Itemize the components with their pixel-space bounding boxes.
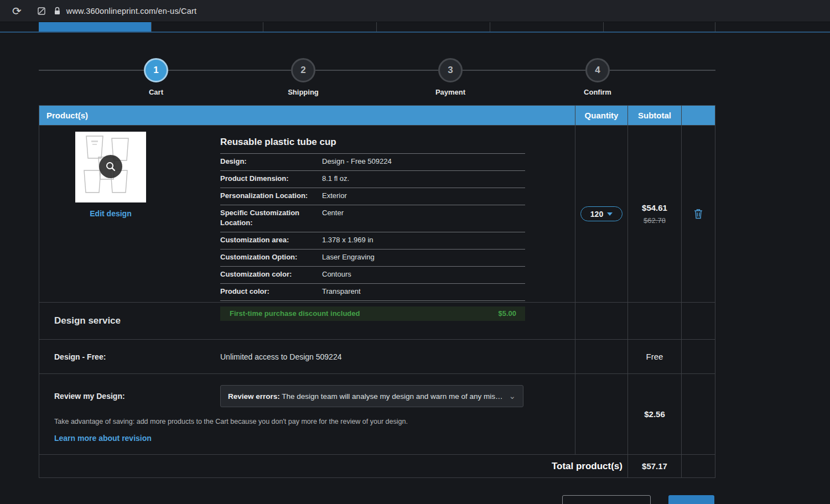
primary-action-button[interactable] [668,495,714,504]
total-row: Total product(s) $57.17 [39,454,715,477]
spec-label: Personalization Location: [220,191,322,201]
design-free-value: Unlimited access to Design 509224 [220,352,341,361]
design-free-row: Design - Free: Unlimited access to Desig… [39,339,715,373]
spec-row: Customization area: 1.378 x 1.969 in [220,232,525,250]
content-blocker-icon[interactable] [37,7,46,15]
spec-row: Customization Option: Laser Engraving [220,250,525,267]
spec-row: Customization color: Contours [220,267,525,284]
nav-tab-3[interactable] [263,22,376,32]
spec-value: Laser Engraving [322,252,525,263]
nav-tab-6[interactable] [603,22,715,32]
refresh-icon[interactable]: ⟳ [12,4,22,18]
review-price: $2.56 [627,374,681,454]
product-thumbnail[interactable] [75,132,146,202]
review-saving-note: Take advantage of saving: add more produ… [54,418,575,425]
spec-value: Exterior [322,191,525,201]
header-quantity: Quantity [575,106,627,125]
total-products-value: $57.17 [627,455,681,477]
quantity-cell: 120 [575,126,627,302]
quantity-dropdown[interactable]: 120 [580,206,622,221]
product-subtotal-cell: $54.61 $62.78 [627,126,681,302]
spec-row: Design: Design - Free 509224 [220,154,525,171]
spec-label: Product color: [220,287,322,297]
review-actions-cell [681,374,715,454]
spec-value: 8.1 fl oz. [322,174,525,184]
spec-label: Customization area: [220,235,322,246]
spec-label: Customization color: [220,269,322,280]
total-actions-cell [681,455,715,477]
chevron-down-icon [607,212,613,216]
product-details: Reusable plastic tube cup Design: Design… [220,137,525,321]
spec-label: Design: [220,157,322,167]
cart-table-header: Product(s) Quantity Subtotal [39,106,715,125]
spec-row: Product color: Transparent [220,284,525,301]
design-free-actions-cell [681,340,715,373]
step-payment-label: Payment [417,88,484,96]
product-row: Edit design Reusable plastic tube cup De… [39,125,715,302]
spec-label: Product Dimension: [220,174,322,184]
review-design-cell: Review my Design: Review errors: The des… [39,374,575,454]
step-cart-label: Cart [123,88,189,96]
zoom-preview-icon[interactable] [99,155,122,178]
cart-table: Product(s) Quantity Subtotal [39,105,715,478]
delete-item-icon[interactable] [694,209,703,219]
url-text[interactable]: www.360onlineprint.com/en-us/Cart [66,7,197,15]
quantity-value: 120 [590,210,603,219]
design-free-price: Free [627,340,681,373]
page-content: 1 Cart 2 Shipping 3 Payment 4 Confirm Pr… [0,22,830,504]
review-option-text: The design team will analyse my design a… [280,392,505,401]
spec-row: Specific Customization Location: Center [220,205,525,233]
review-design-row: Review my Design: Review errors: The des… [39,373,715,454]
total-products-label: Total product(s) [39,455,627,477]
spec-label: Specific Customization Location: [220,208,322,229]
nav-underline [0,32,830,33]
edit-design-link[interactable]: Edit design [75,209,146,218]
spec-value: 1.378 x 1.969 in [322,235,525,246]
nav-tabstrip [39,22,715,32]
product-thumbnail-wrap: Edit design [75,132,146,218]
spec-value: Center [322,208,525,229]
spec-value: Contours [322,269,525,280]
nav-tab-2[interactable] [151,22,263,32]
step-confirm[interactable]: 4 Confirm [564,58,631,96]
design-service-qty-cell [575,303,627,339]
design-service-row: Design service [39,302,715,339]
design-free-label: Design - Free: [54,352,220,361]
step-payment-circle[interactable]: 3 [438,58,463,82]
learn-more-revision-link[interactable]: Learn more about revision [54,434,152,443]
design-free-cell: Design - Free: Unlimited access to Desig… [39,340,575,373]
review-option-dropdown[interactable]: Review errors: The design team will anal… [220,385,523,407]
lock-icon [54,7,61,15]
page: ⟳ www.360onlineprint.com/en-us/Cart 1 Ca… [0,0,830,504]
step-shipping-circle[interactable]: 2 [291,58,315,82]
spec-value: Transparent [322,287,525,297]
nav-tab-1[interactable] [39,22,151,32]
design-free-qty-cell [575,340,627,373]
step-confirm-label: Confirm [564,88,631,96]
secondary-action-button[interactable] [562,495,651,504]
nav-tab-4[interactable] [376,22,490,32]
review-qty-cell [575,374,627,454]
header-subtotal: Subtotal [627,106,681,125]
header-products: Product(s) [39,106,575,125]
nav-tab-5[interactable] [490,22,603,32]
spec-label: Customization Option: [220,252,322,263]
step-shipping[interactable]: 2 Shipping [270,58,336,96]
spec-row: Personalization Location: Exterior [220,188,525,205]
step-cart-circle[interactable]: 1 [144,58,168,82]
product-old-price: $62.78 [644,216,666,225]
product-actions-cell [681,126,715,302]
spec-value: Design - Free 509224 [322,157,525,167]
header-actions [681,106,715,125]
step-shipping-label: Shipping [270,88,336,96]
chevron-down-icon: ⌄ [504,391,516,401]
step-payment[interactable]: 3 Payment [417,58,484,96]
step-cart[interactable]: 1 Cart [123,58,189,96]
step-confirm-circle[interactable]: 4 [585,58,610,82]
browser-address-bar: ⟳ www.360onlineprint.com/en-us/Cart [0,0,830,22]
spec-row: Product Dimension: 8.1 fl oz. [220,171,525,188]
product-cell: Edit design Reusable plastic tube cup De… [39,126,575,302]
review-option-bold: Review errors: [228,392,280,401]
review-design-label: Review my Design: [54,385,220,401]
design-service-actions-cell [681,303,715,339]
